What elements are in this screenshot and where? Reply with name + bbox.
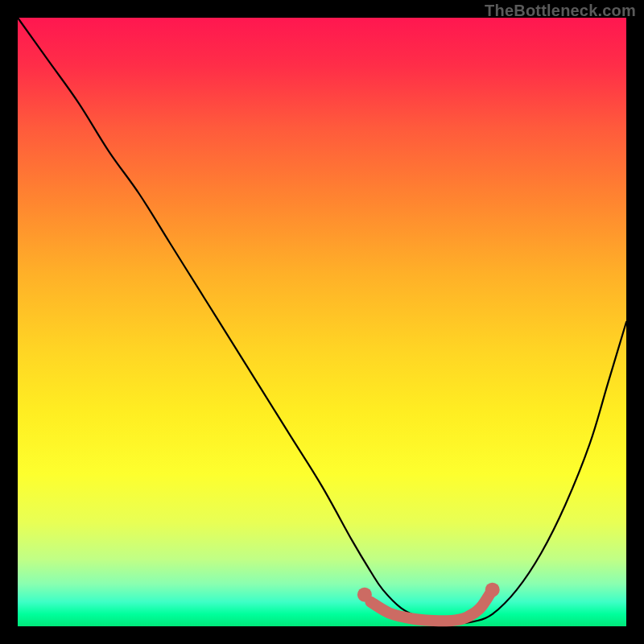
highlight-path [370,590,492,621]
highlight-dot-right [485,583,500,597]
highlight-dot-left [357,588,372,602]
chart-canvas: TheBottleneck.com [0,0,644,644]
plot-area [18,18,626,626]
curve-path [18,18,626,623]
watermark-text: TheBottleneck.com [485,2,636,20]
chart-svg [18,18,626,626]
